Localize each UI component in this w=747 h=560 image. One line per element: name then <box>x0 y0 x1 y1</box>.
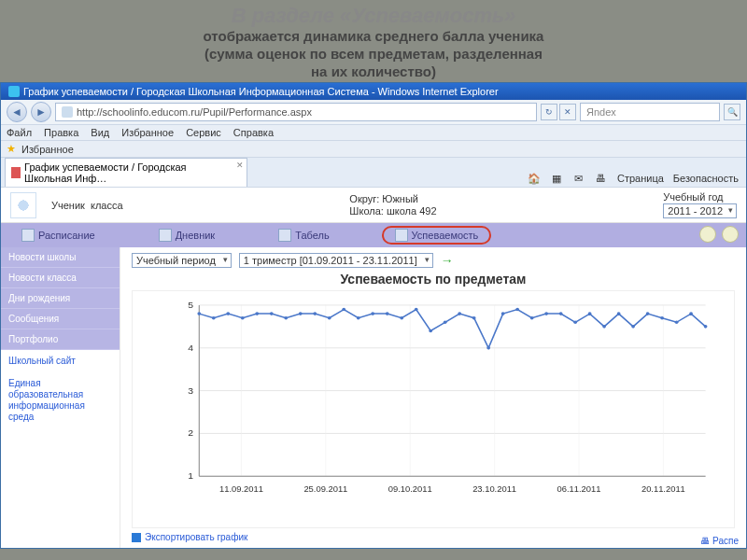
filter-row: Учебный период 1 триместр [01.09.2011 - … <box>132 253 735 268</box>
slide-subtitle-3: на их количество) <box>9 63 738 81</box>
svg-point-45 <box>501 313 505 316</box>
report-icon <box>278 229 291 242</box>
apply-arrow-icon[interactable]: → <box>441 253 454 268</box>
toolbar-safety[interactable]: Безопасность <box>673 173 739 184</box>
favorites-bar: ★ Избранное <box>1 141 746 158</box>
url-field[interactable]: http://schoolinfo.educom.ru/Pupil/Perfor… <box>55 103 537 121</box>
svg-point-57 <box>675 321 679 325</box>
period-value-select[interactable]: 1 триместр [01.09.2011 - 23.11.2011] <box>239 253 433 268</box>
browser-tab[interactable]: График успеваемости / Городская Школьная… <box>5 158 247 187</box>
extra-icon-2[interactable] <box>722 226 739 243</box>
menu-tools[interactable]: Сервис <box>186 127 221 138</box>
performance-icon <box>395 229 408 242</box>
svg-text:25.09.2011: 25.09.2011 <box>303 485 347 495</box>
favorites-star-icon[interactable]: ★ <box>7 143 16 155</box>
svg-point-32 <box>313 313 317 316</box>
svg-point-52 <box>602 325 606 329</box>
page-icon <box>62 106 73 118</box>
svg-point-26 <box>226 313 230 316</box>
close-tab-icon[interactable]: ✕ <box>236 161 244 170</box>
sidebar-item-portfolio[interactable]: Портфолио <box>1 329 120 350</box>
slide-title: В разделе «Успеваемость» <box>9 4 738 28</box>
svg-point-47 <box>530 316 534 320</box>
svg-point-46 <box>515 308 519 312</box>
print-label: Распе <box>712 536 739 546</box>
svg-point-48 <box>544 313 548 316</box>
slide-subtitle-1: отображается динамика среднего балла уче… <box>9 28 738 46</box>
export-icon <box>132 533 141 542</box>
print-icon: 🖶 <box>700 536 710 546</box>
svg-text:1: 1 <box>188 471 193 482</box>
svg-text:09.10.2011: 09.10.2011 <box>388 485 432 495</box>
favorites-label[interactable]: Избранное <box>21 144 74 155</box>
sidebar-link-school-site[interactable]: Школьный сайт <box>1 350 120 372</box>
window-title: График успеваемости / Городская Школьная… <box>23 86 499 97</box>
menu-file[interactable]: Файл <box>7 127 32 138</box>
period-type-select[interactable]: Учебный период <box>132 253 232 268</box>
nav-performance[interactable]: Успеваемость <box>382 226 492 245</box>
svg-point-44 <box>486 346 490 350</box>
year-label: Учебный год <box>663 191 737 203</box>
svg-point-41 <box>444 321 447 325</box>
sidebar-link-edu-env[interactable]: Единая образовательная информационная ср… <box>1 372 120 428</box>
svg-point-54 <box>631 325 635 329</box>
nav-extra-icons <box>699 226 739 243</box>
mail-icon[interactable]: ✉ <box>572 172 585 185</box>
main-pane: Учебный период 1 триместр [01.09.2011 - … <box>120 247 746 548</box>
print-icon[interactable]: 🖶 <box>595 172 608 185</box>
toolbar-page[interactable]: Страница <box>617 173 664 184</box>
chart-area: 1234511.09.201125.09.201109.10.201123.10… <box>132 290 735 528</box>
forward-button[interactable]: ► <box>31 102 51 122</box>
menu-bar: Файл Правка Вид Избранное Сервис Справка <box>1 125 746 141</box>
browser-window: График успеваемости / Городская Школьная… <box>0 82 747 549</box>
svg-point-24 <box>197 313 201 316</box>
year-select[interactable]: 2011 - 2012 <box>663 203 737 218</box>
nav-performance-label: Успеваемость <box>412 230 479 241</box>
svg-point-37 <box>386 313 389 316</box>
sidebar-item-school-news[interactable]: Новости школы <box>1 247 120 268</box>
sidebar-item-messages[interactable]: Сообщения <box>1 309 120 329</box>
class-label: класса <box>91 200 123 211</box>
nav-diary[interactable]: Дневник <box>148 227 227 244</box>
back-button[interactable]: ◄ <box>7 102 27 122</box>
svg-point-50 <box>573 321 577 325</box>
chart-svg: 1234511.09.201125.09.201109.10.201123.10… <box>170 301 715 499</box>
schedule-icon <box>21 229 35 242</box>
menu-view[interactable]: Вид <box>91 127 109 138</box>
menu-edit[interactable]: Правка <box>44 127 78 138</box>
slide-subtitle-2: (сумма оценок по всем предметам, разделе… <box>9 46 738 63</box>
tab-favicon <box>11 167 21 178</box>
student-label: Ученик <box>51 200 85 211</box>
slide-header: В разделе «Успеваемость» отображается ди… <box>0 0 747 82</box>
print-link[interactable]: 🖶 Распе <box>700 536 739 546</box>
extra-icon-1[interactable] <box>699 226 716 243</box>
svg-point-49 <box>559 313 563 316</box>
home-icon[interactable]: 🏠 <box>528 172 541 185</box>
nav-schedule[interactable]: Расписание <box>10 227 106 244</box>
export-link[interactable]: Экспортировать график <box>132 532 735 542</box>
svg-point-59 <box>704 325 708 329</box>
sidebar-item-class-news[interactable]: Новости класса <box>1 268 120 288</box>
svg-point-42 <box>458 313 461 316</box>
okrug-label: Округ: <box>349 193 379 204</box>
menu-help[interactable]: Справка <box>233 127 274 138</box>
nav-report[interactable]: Табель <box>267 227 340 244</box>
feed-icon[interactable]: ▦ <box>550 172 563 185</box>
stop-button[interactable]: ✕ <box>559 104 576 120</box>
school-value: школа 492 <box>387 205 437 217</box>
search-button[interactable]: 🔍 <box>724 104 740 120</box>
sidebar-item-birthdays[interactable]: Дни рождения <box>1 288 120 309</box>
search-placeholder: Яndex <box>586 106 616 118</box>
svg-point-55 <box>646 313 650 316</box>
window-titlebar: График успеваемости / Городская Школьная… <box>1 83 746 100</box>
menu-fav[interactable]: Избранное <box>121 127 174 138</box>
search-box[interactable]: Яndex <box>580 103 720 121</box>
url-tools: ↻ ✕ <box>541 104 576 120</box>
svg-text:3: 3 <box>188 385 193 396</box>
svg-point-39 <box>415 308 418 312</box>
svg-point-29 <box>270 313 274 316</box>
svg-point-27 <box>241 316 245 320</box>
refresh-button[interactable]: ↻ <box>541 104 557 120</box>
diary-icon <box>159 229 172 242</box>
svg-point-38 <box>400 316 403 320</box>
